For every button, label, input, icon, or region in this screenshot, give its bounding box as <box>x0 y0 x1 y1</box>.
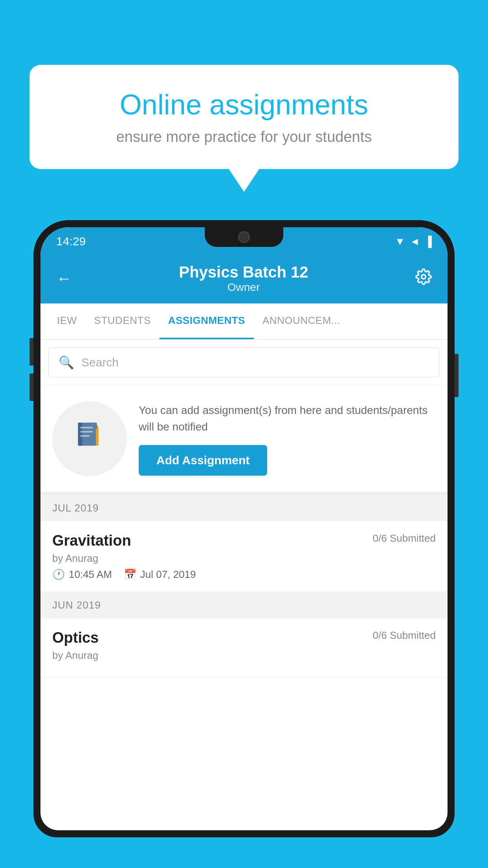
assignment-item-gravitation[interactable]: Gravitation 0/6 Submitted by Anurag 🕐 10… <box>40 521 448 592</box>
svg-point-0 <box>422 275 426 279</box>
search-bar[interactable]: 🔍 Search <box>48 348 440 377</box>
speech-bubble-container: Online assignments ensure more practice … <box>29 65 459 192</box>
notebook-icon <box>74 419 105 458</box>
assignment-submitted: 0/6 Submitted <box>373 532 436 544</box>
add-assignment-right: You can add assignment(s) from here and … <box>139 402 436 476</box>
svg-rect-4 <box>80 431 93 432</box>
volume-up-button[interactable] <box>29 338 33 366</box>
clock-icon: 🕐 <box>52 568 65 581</box>
tabs-bar: IEW STUDENTS ASSIGNMENTS ANNOUNCEM... <box>40 303 448 340</box>
assignment-meta: 🕐 10:45 AM 📅 Jul 07, 2019 <box>52 568 436 581</box>
header-title-area: Physics Batch 12 Owner <box>179 263 308 294</box>
wifi-icon: ▼ <box>395 235 405 248</box>
search-placeholder: Search <box>81 356 119 369</box>
assignment-icon-circle <box>52 401 127 476</box>
signal-icon: ◄ <box>410 235 420 248</box>
speech-bubble: Online assignments ensure more practice … <box>29 65 459 169</box>
calendar-icon: 📅 <box>124 568 136 581</box>
svg-rect-3 <box>80 427 93 428</box>
assignment-date: 📅 Jul 07, 2019 <box>124 568 196 581</box>
assignment-item-optics[interactable]: Optics 0/6 Submitted by Anurag <box>40 618 448 677</box>
header-subtitle: Owner <box>179 281 308 294</box>
back-button[interactable]: ← <box>56 270 72 287</box>
assignment-top-row: Gravitation 0/6 Submitted <box>52 532 436 549</box>
assignment-optics-by: by Anurag <box>52 649 436 662</box>
battery-icon: ▐ <box>425 235 432 248</box>
assignment-optics-top-row: Optics 0/6 Submitted <box>52 629 436 646</box>
assignment-optics-title: Optics <box>52 629 99 646</box>
status-time: 14:29 <box>56 235 86 248</box>
power-button[interactable] <box>455 354 459 397</box>
svg-rect-2 <box>78 423 83 446</box>
month-header-jun: JUN 2019 <box>40 592 448 618</box>
settings-button[interactable] <box>415 268 432 289</box>
add-assignment-button[interactable]: Add Assignment <box>139 445 267 476</box>
speech-bubble-subtitle: ensure more practice for your students <box>57 129 431 145</box>
speech-bubble-pointer <box>228 168 260 192</box>
phone-notch <box>205 227 283 247</box>
phone-container: 14:29 ▼ ◄ ▐ ← Physics Batch 12 Owner <box>33 220 455 868</box>
svg-rect-5 <box>80 435 90 437</box>
add-assignment-desc: You can add assignment(s) from here and … <box>139 402 436 435</box>
tab-iew[interactable]: IEW <box>48 303 86 339</box>
add-assignment-section: You can add assignment(s) from here and … <box>40 386 448 495</box>
status-icons: ▼ ◄ ▐ <box>395 235 432 248</box>
assignment-title: Gravitation <box>52 532 131 549</box>
assignment-time: 🕐 10:45 AM <box>52 568 112 581</box>
svg-rect-6 <box>96 429 99 446</box>
assignment-optics-submitted: 0/6 Submitted <box>373 629 436 642</box>
tab-announcements[interactable]: ANNOUNCEM... <box>254 303 349 339</box>
app-header: ← Physics Batch 12 Owner <box>40 256 448 303</box>
phone-screen: 14:29 ▼ ◄ ▐ ← Physics Batch 12 Owner <box>40 227 448 830</box>
month-header-jul: JUL 2019 <box>40 495 448 521</box>
search-icon: 🔍 <box>59 355 74 370</box>
assignment-by: by Anurag <box>52 552 436 565</box>
tab-assignments[interactable]: ASSIGNMENTS <box>160 303 254 339</box>
phone-frame: 14:29 ▼ ◄ ▐ ← Physics Batch 12 Owner <box>33 220 455 837</box>
speech-bubble-title: Online assignments <box>57 88 431 121</box>
front-camera <box>238 231 250 243</box>
tab-students[interactable]: STUDENTS <box>86 303 160 339</box>
header-title: Physics Batch 12 <box>179 263 308 281</box>
search-container: 🔍 Search <box>40 340 448 386</box>
volume-down-button[interactable] <box>29 373 33 401</box>
